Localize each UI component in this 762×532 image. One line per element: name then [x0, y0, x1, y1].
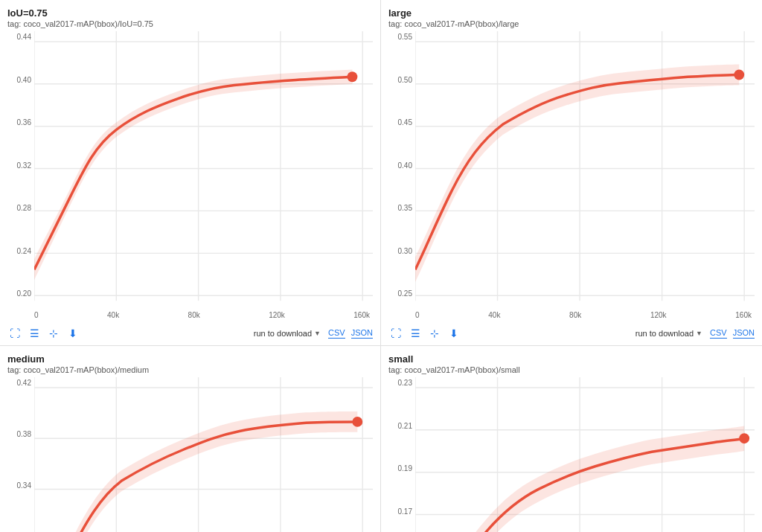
x-label: 40k [488, 311, 500, 323]
y-label: 0.50 [398, 76, 412, 84]
chart-title-medium: medium [7, 353, 373, 365]
x-label: 160k [735, 311, 752, 323]
download-icon[interactable]: ⬇ [446, 326, 461, 341]
expand-icon[interactable]: ⛶ [7, 326, 22, 341]
csv-button[interactable]: CSV [710, 328, 727, 339]
run-to-download-button[interactable]: run to download▼ [633, 327, 705, 339]
x-label: 80k [188, 311, 200, 323]
json-button[interactable]: JSON [733, 328, 755, 339]
chart-title-small: small [388, 353, 755, 365]
csv-json-group: CSVJSON [328, 328, 373, 339]
y-label: 0.34 [17, 481, 31, 490]
run-to-download-button[interactable]: run to download▼ [251, 327, 324, 339]
y-label: 0.45 [398, 118, 412, 126]
chart-svg-large [415, 31, 755, 311]
y-label: 0.20 [17, 289, 31, 298]
y-label: 0.17 [398, 507, 412, 516]
chart-inner-large [415, 31, 755, 311]
svg-point-12 [348, 71, 358, 82]
chart-tag-medium: tag: coco_val2017-mAP(bbox)/medium [7, 365, 373, 374]
crosshair-icon[interactable]: ⊹ [427, 326, 442, 341]
y-label: 0.30 [398, 247, 412, 255]
chart-svg-medium [34, 377, 373, 532]
y-axis-iou75: 0.440.400.360.320.280.240.20 [7, 31, 34, 311]
run-btn-arrow: ▼ [314, 330, 321, 337]
y-label: 0.28 [17, 204, 31, 212]
download-icon[interactable]: ⬇ [65, 326, 80, 341]
y-label: 0.23 [398, 379, 412, 387]
x-axis-iou75: 040k80k120k160k [7, 311, 373, 323]
y-label: 0.36 [17, 118, 31, 126]
chart-tag-iou75: tag: coco_val2017-mAP(bbox)/IoU=0.75 [7, 19, 373, 28]
chart-title-iou75: IoU=0.75 [7, 7, 373, 19]
list-icon[interactable]: ☰ [27, 326, 42, 341]
y-label: 0.25 [398, 289, 412, 298]
y-axis-small: 0.230.210.190.170.150.130.11 [388, 377, 415, 532]
chart-panel-medium: mediumtag: coco_val2017-mAP(bbox)/medium… [0, 346, 381, 532]
y-label: 0.55 [398, 33, 412, 41]
y-label: 0.38 [17, 430, 31, 438]
chart-panel-iou75: IoU=0.75tag: coco_val2017-mAP(bbox)/IoU=… [0, 0, 381, 346]
run-btn-label: run to download [254, 329, 312, 338]
toolbar-iou75: ⛶☰⊹⬇run to download▼CSVJSON [7, 323, 373, 345]
chart-area-medium: 0.420.380.340.300.260.22 [7, 377, 373, 532]
svg-point-25 [734, 70, 744, 80]
x-label: 80k [569, 311, 581, 323]
y-label: 0.32 [17, 161, 31, 170]
y-label: 0.19 [398, 464, 412, 472]
chart-inner-iou75 [34, 31, 373, 311]
svg-point-50 [739, 433, 749, 443]
chart-svg-iou75 [34, 31, 373, 311]
x-label: 0 [34, 311, 39, 323]
chart-area-iou75: 0.440.400.360.320.280.240.20 [7, 31, 373, 311]
chart-panel-large: largetag: coco_val2017-mAP(bbox)/large0.… [381, 0, 762, 346]
svg-point-37 [352, 417, 362, 427]
chart-svg-small [415, 377, 755, 532]
expand-icon[interactable]: ⛶ [388, 326, 403, 341]
y-axis-medium: 0.420.380.340.300.260.22 [7, 377, 34, 532]
y-label: 0.24 [17, 247, 31, 255]
x-label: 120k [269, 311, 285, 323]
y-label: 0.40 [17, 76, 31, 84]
y-label: 0.40 [398, 161, 412, 170]
x-label: 0 [415, 311, 420, 323]
run-btn-label: run to download [635, 329, 694, 338]
run-btn-arrow: ▼ [696, 330, 702, 337]
list-icon[interactable]: ☰ [408, 326, 423, 341]
chart-title-large: large [388, 7, 755, 19]
toolbar-large: ⛶☰⊹⬇run to download▼CSVJSON [388, 323, 755, 345]
chart-tag-large: tag: coco_val2017-mAP(bbox)/large [388, 19, 755, 28]
x-label: 160k [353, 311, 370, 323]
main-grid: IoU=0.75tag: coco_val2017-mAP(bbox)/IoU=… [0, 0, 762, 532]
y-label: 0.21 [398, 422, 412, 430]
csv-json-group: CSVJSON [710, 328, 755, 339]
chart-inner-medium [34, 377, 373, 532]
y-label: 0.44 [17, 33, 31, 41]
x-axis-large: 040k80k120k160k [388, 311, 755, 323]
crosshair-icon[interactable]: ⊹ [46, 326, 61, 341]
y-label: 0.42 [17, 379, 31, 387]
x-label: 120k [650, 311, 667, 323]
x-label: 40k [107, 311, 119, 323]
json-button[interactable]: JSON [351, 328, 373, 339]
chart-area-small: 0.230.210.190.170.150.130.11 [388, 377, 755, 532]
csv-button[interactable]: CSV [328, 328, 345, 339]
y-axis-large: 0.550.500.450.400.350.300.25 [388, 31, 415, 311]
y-label: 0.35 [398, 204, 412, 212]
chart-area-large: 0.550.500.450.400.350.300.25 [388, 31, 755, 311]
chart-tag-small: tag: coco_val2017-mAP(bbox)/small [388, 365, 755, 374]
chart-panel-small: smalltag: coco_val2017-mAP(bbox)/small0.… [381, 346, 762, 532]
chart-inner-small [415, 377, 755, 532]
